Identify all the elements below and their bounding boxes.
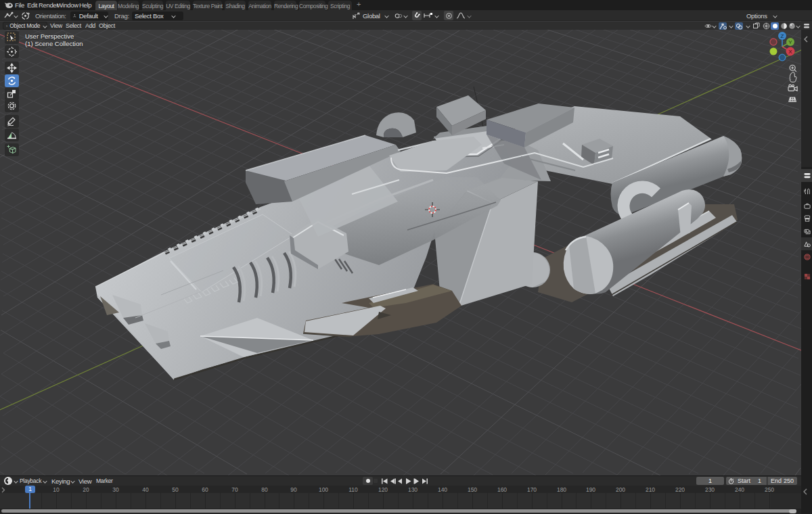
svg-text:Z: Z [781, 33, 784, 39]
svg-text:Y: Y [788, 39, 792, 45]
svg-text:X: X [788, 49, 792, 55]
